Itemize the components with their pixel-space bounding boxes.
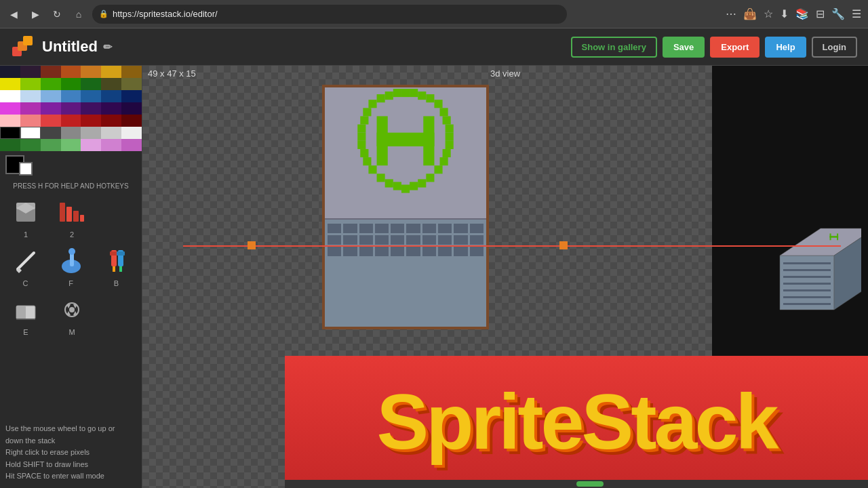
block-icon	[9, 195, 43, 229]
ext-button[interactable]: 🔧	[830, 6, 846, 22]
download-button[interactable]: ⬇	[778, 6, 790, 22]
tool-block-label: 1	[24, 230, 28, 239]
svg-rect-7	[66, 207, 72, 222]
tool-block[interactable]: 1	[5, 195, 46, 239]
color-swatch[interactable]	[0, 90, 20, 102]
color-swatch[interactable]	[41, 139, 61, 151]
address-bar[interactable]: 🔒 https://spritestack.io/editor/	[92, 5, 567, 24]
more-button[interactable]: ⋯	[724, 6, 738, 22]
color-swatch[interactable]	[20, 127, 41, 139]
color-swatch[interactable]	[0, 78, 20, 90]
color-swatch[interactable]	[121, 90, 142, 102]
color-swatch[interactable]	[41, 127, 61, 139]
bottom-scrollbar[interactable]	[285, 480, 868, 488]
tool-move[interactable]: M	[52, 293, 92, 336]
help-button[interactable]: Help	[765, 37, 806, 58]
color-swatch[interactable]	[61, 78, 81, 90]
color-swatch[interactable]	[61, 139, 81, 151]
app-header: Untitled ✏ Show in gallery Save Export H…	[0, 28, 868, 66]
color-swatch[interactable]	[0, 139, 20, 151]
tool-fill[interactable]: F	[51, 244, 91, 287]
svg-rect-51	[393, 182, 401, 190]
sprite-editor[interactable]	[322, 85, 489, 329]
color-swatch[interactable]	[121, 127, 142, 139]
color-swatch[interactable]	[61, 90, 81, 102]
color-swatch[interactable]	[81, 90, 101, 102]
library-button[interactable]: 📚	[794, 6, 810, 22]
color-swatch[interactable]	[81, 127, 101, 139]
color-swatch[interactable]	[101, 139, 121, 151]
color-swatch[interactable]	[20, 66, 41, 78]
tool-erase[interactable]: E	[5, 293, 46, 336]
tool-brush[interactable]: B	[96, 244, 136, 287]
svg-rect-59	[357, 124, 366, 132]
login-button[interactable]: Login	[812, 37, 857, 58]
scrollbar-thumb[interactable]	[576, 481, 604, 487]
color-swatch[interactable]	[41, 78, 61, 90]
color-swatch[interactable]	[0, 102, 20, 115]
secondary-color[interactable]	[19, 162, 33, 176]
color-swatch[interactable]	[81, 66, 101, 78]
color-swatch[interactable]	[20, 102, 41, 115]
color-swatch[interactable]	[121, 66, 142, 78]
svg-rect-41	[446, 124, 454, 132]
title-edit-icon[interactable]: ✏	[103, 41, 112, 54]
color-swatch[interactable]	[0, 127, 20, 139]
color-swatch[interactable]	[121, 115, 142, 127]
color-swatch[interactable]	[0, 66, 20, 78]
color-swatch[interactable]	[41, 102, 61, 115]
color-swatch[interactable]	[41, 66, 61, 78]
color-swatch[interactable]	[61, 102, 81, 115]
handle-right[interactable]	[559, 241, 568, 249]
color-swatch[interactable]	[81, 115, 101, 127]
tool2-label: 2	[70, 230, 74, 239]
color-swatch[interactable]	[20, 78, 41, 90]
menu-button[interactable]: ☰	[850, 6, 863, 22]
color-swatch[interactable]	[81, 139, 101, 151]
tool-pencil[interactable]: C	[5, 244, 45, 287]
save-button[interactable]: Save	[663, 37, 705, 58]
color-swatch[interactable]	[20, 90, 41, 102]
svg-point-14	[68, 248, 75, 255]
color-swatch[interactable]	[0, 115, 20, 127]
move-label: M	[68, 328, 75, 336]
gallery-button[interactable]: Show in gallery	[571, 37, 657, 58]
color-swatch[interactable]	[20, 115, 41, 127]
color-swatch[interactable]	[61, 115, 81, 127]
color-swatch[interactable]	[101, 127, 121, 139]
sidebar: PRESS H FOR HELP AND HOTKEYS 1	[0, 66, 142, 488]
color-swatch[interactable]	[121, 139, 142, 151]
erase-icon	[9, 293, 43, 327]
color-swatch[interactable]	[61, 66, 81, 78]
export-button[interactable]: Export	[710, 37, 760, 58]
color-swatch[interactable]	[121, 78, 142, 90]
svg-rect-78	[783, 303, 831, 305]
svg-line-10	[18, 253, 34, 269]
star-button[interactable]: ☆	[762, 6, 774, 22]
home-button[interactable]: ⌂	[71, 6, 87, 22]
color-swatch[interactable]	[101, 102, 121, 115]
tool-2[interactable]: 2	[52, 195, 92, 239]
back-button[interactable]: ◀	[5, 6, 22, 22]
brush-icon	[100, 244, 134, 278]
color-swatch[interactable]	[101, 90, 121, 102]
color-swatch[interactable]	[41, 90, 61, 102]
color-swatch[interactable]	[101, 115, 121, 127]
color-swatch[interactable]	[101, 66, 121, 78]
pocket-button[interactable]: 👜	[742, 6, 758, 22]
svg-rect-17	[113, 266, 115, 272]
handle-left[interactable]	[248, 241, 256, 249]
color-swatch[interactable]	[20, 139, 41, 151]
color-swatch[interactable]	[41, 115, 61, 127]
color-swatch[interactable]	[81, 102, 101, 115]
color-swatch[interactable]	[81, 78, 101, 90]
color-swatch[interactable]	[101, 78, 121, 90]
split-button[interactable]: ⊟	[814, 6, 826, 22]
refresh-button[interactable]: ↻	[49, 6, 65, 22]
color-swatch[interactable]	[121, 102, 142, 115]
canvas-area[interactable]: 49 x 47 x 15 3d view	[142, 66, 868, 488]
svg-rect-48	[418, 179, 426, 187]
svg-marker-26	[66, 304, 71, 308]
forward-button[interactable]: ▶	[27, 6, 43, 22]
color-swatch[interactable]	[61, 127, 81, 139]
